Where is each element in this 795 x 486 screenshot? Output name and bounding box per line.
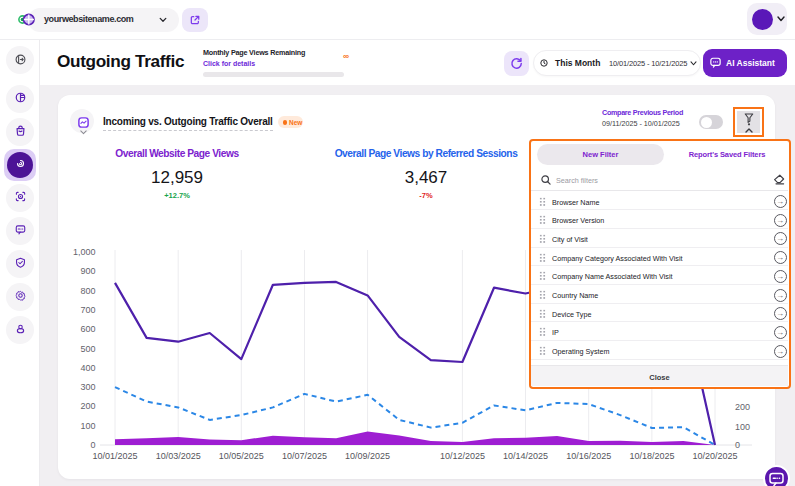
svg-text:800: 800: [80, 286, 95, 296]
svg-text:100: 100: [80, 421, 95, 431]
svg-text:10/12/2025: 10/12/2025: [440, 451, 485, 461]
svg-text:10/09/2025: 10/09/2025: [345, 451, 390, 461]
svg-text:600: 600: [80, 324, 95, 334]
svg-text:400: 400: [80, 363, 95, 373]
svg-text:200: 200: [80, 401, 95, 411]
svg-text:10/20/2025: 10/20/2025: [692, 451, 737, 461]
svg-text:0: 0: [735, 440, 740, 450]
svg-text:10/16/2025: 10/16/2025: [566, 451, 611, 461]
svg-text:10/14/2025: 10/14/2025: [503, 451, 548, 461]
svg-text:700: 700: [80, 305, 95, 315]
svg-text:1,000: 1,000: [73, 247, 96, 257]
svg-text:100: 100: [735, 422, 750, 432]
svg-text:300: 300: [80, 382, 95, 392]
svg-text:10/01/2025: 10/01/2025: [92, 451, 137, 461]
svg-text:10/07/2025: 10/07/2025: [282, 451, 327, 461]
svg-text:10/05/2025: 10/05/2025: [219, 451, 264, 461]
svg-text:10/03/2025: 10/03/2025: [156, 451, 201, 461]
svg-text:900: 900: [80, 266, 95, 276]
svg-text:10/18/2025: 10/18/2025: [629, 451, 674, 461]
svg-text:0: 0: [90, 440, 95, 450]
svg-text:500: 500: [80, 344, 95, 354]
svg-text:200: 200: [735, 402, 750, 412]
